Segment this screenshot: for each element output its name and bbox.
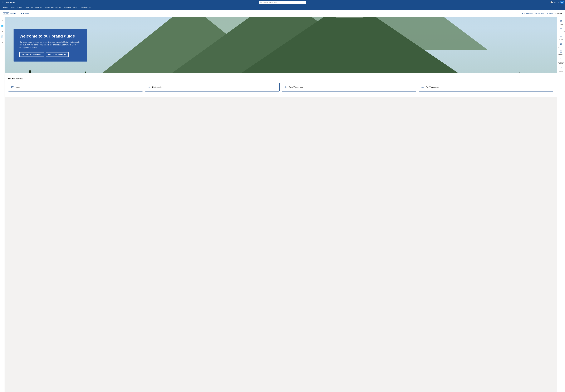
employee-chevron-icon: ▾ [77,7,78,8]
svg-rect-33 [148,86,150,88]
myapps-icon [560,35,562,38]
intranet-title: Intranet [21,12,29,15]
requests-icon [560,50,562,53]
svg-text:A: A [423,86,424,88]
photography-label: Photography [152,86,162,88]
evo-guidelines-button[interactable]: Evo's brand guidelines [46,52,69,57]
sidebar-requests[interactable]: Requests [557,49,565,56]
right-sidebar: People Announcements My apps [557,17,565,392]
nav-home[interactable]: Home [2,5,9,10]
settings-icon[interactable]: ⚙ [554,1,556,3]
people-icon [560,20,562,23]
star-icon: ★ [535,13,537,14]
myapps-label: My apps [559,39,563,40]
quicklinks-label: Quick links [558,46,564,48]
svg-rect-41 [560,35,561,36]
nav-news[interactable]: News [9,5,16,10]
svg-text:A: A [284,86,286,88]
nav-bar: Home News Events Serving our members ▾ P… [0,5,565,10]
logos-label: Logos [15,86,20,88]
sidebar-emergency[interactable]: Emergency numbers [557,56,565,65]
emergency-icon [560,58,562,61]
brand-cards: Logos Photography A [8,83,553,91]
about-chevron-icon: ▾ [90,7,91,8]
nav-employee[interactable]: Employee Centre ▾ [63,5,79,10]
top-bar-right: 💬 ⚙ ? TA [550,0,564,4]
sidebar-globe-icon[interactable]: 🌐 [0,24,4,28]
search-bar[interactable]: 🔍 [259,1,306,4]
hero-overlay: Welcome to our brand guide Our brand hel… [14,29,87,61]
sidebar-announcements[interactable]: Announcements [557,26,565,34]
svg-rect-45 [560,50,562,52]
people-label: People [559,24,563,25]
hero-background [5,17,557,73]
photography-card[interactable]: Photography [145,83,280,91]
evo-typography-card[interactable]: A A Evo Typography [419,83,553,91]
sidebar-document-icon[interactable]: 📄 [0,34,4,39]
svg-rect-42 [561,35,562,36]
announcements-icon [560,27,562,31]
brand-assets-title: Brand assets [8,77,553,80]
nav-about[interactable]: About BCAA ▾ [79,5,92,10]
main-layout: ⌂ 🌐 ▦ 📄 ☰ [0,17,565,392]
logos-card[interactable]: Logos [8,83,143,91]
hero-buttons: BCAA's brand guidelines Evo's brand guid… [19,52,81,57]
svg-point-34 [149,87,150,87]
hero-banner: Welcome to our brand guide Our brand hel… [5,17,557,73]
sidebar-list-icon[interactable]: ☰ [0,40,4,44]
brand-assets-section: Brand assets Logos [5,73,557,97]
top-bar-left: ≟ SharePoint [1,0,15,4]
sidebar-home-icon[interactable]: ⌂ [0,18,4,23]
sharepoint-logo: SharePoint [5,1,15,3]
share-icon: ↗ [547,13,548,14]
svg-point-39 [561,20,562,21]
following-button[interactable]: ★ Following [535,13,544,14]
header-divider [19,12,19,15]
bcaa-guidelines-button[interactable]: BCAA's brand guidelines [19,52,44,57]
avatar[interactable]: TA [560,0,564,4]
create-site-button[interactable]: + + Create site [522,13,533,14]
sidebar-media-icon[interactable]: ▦ [0,29,4,33]
sidebar-quicklinks[interactable]: Quick links [557,41,565,49]
svg-marker-15 [336,17,364,18]
help-icon[interactable]: ? [558,1,559,3]
svg-rect-43 [560,36,561,37]
nav-policies[interactable]: Policies and resources [43,5,63,10]
language-selector[interactable]: English ▾ [555,13,562,14]
announcements-label: Announcements [557,31,565,33]
chat-icon[interactable]: 💬 [550,1,553,3]
metrics-icon [560,67,562,70]
waffle-icon[interactable]: ≟ [1,0,4,4]
bcaa-typography-icon: A A [284,85,287,89]
bcaa-typography-card[interactable]: A A BCAA Typography [282,83,416,91]
sidebar-myapps[interactable]: My apps [557,34,565,41]
create-icon: + [522,13,523,14]
hero-subtitle: Our brand helps bring our purpose, visio… [19,41,81,49]
hero-title: Welcome to our brand guide [19,34,81,39]
content-area: Welcome to our brand guide Our brand hel… [5,17,557,392]
metrics-label: Metrics [559,70,563,72]
nav-events[interactable]: Events [16,5,24,10]
svg-rect-44 [561,36,562,37]
search-icon: 🔍 [260,1,262,3]
bcaa-typography-label: BCAA Typography [289,86,304,88]
svg-rect-40 [560,28,562,29]
bcaa-logo: BCAA [3,12,9,15]
requests-label: Requests [559,54,564,55]
svg-text:A: A [286,86,287,88]
sidebar-people[interactable]: People [557,18,565,26]
nav-serving[interactable]: Serving our members ▾ [24,5,43,10]
serving-chevron-icon: ▾ [41,7,42,8]
top-bar: ≟ SharePoint 🔍 💬 ⚙ ? TA [0,0,565,5]
photography-icon [148,85,151,89]
search-input[interactable] [263,1,305,3]
spark-plus: + [15,13,16,15]
share-button[interactable]: ↗ Share [547,13,553,14]
logos-icon [11,85,14,89]
site-header: BCAA spark+ Intranet + + Create site ★ F… [0,10,565,17]
sidebar-metrics[interactable]: Metrics [557,65,565,73]
emergency-label: Emergency numbers [557,61,565,64]
svg-text:A: A [421,86,423,88]
site-header-actions: + + Create site ★ Following ↗ Share Engl… [522,13,562,14]
lang-chevron-icon: ▾ [561,13,562,14]
